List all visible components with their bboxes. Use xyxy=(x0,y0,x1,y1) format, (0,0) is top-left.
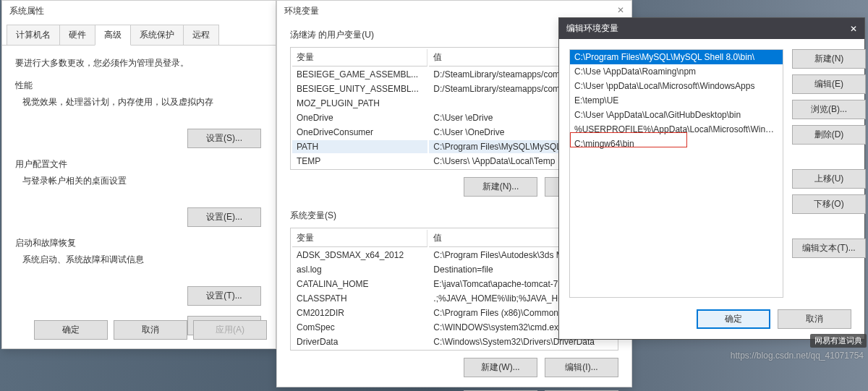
dialog-buttons: 确定 取消 xyxy=(697,309,851,329)
list-item[interactable]: C:\mingw64\bin xyxy=(570,137,783,151)
sysprops-body: 要进行大多数更改，您必须作为管理员登录。 性能 视觉效果，处理器计划，内存使用，… xyxy=(2,46,276,343)
list-item[interactable]: C:\Program Files\MySQL\MySQL Shell 8.0\b… xyxy=(570,50,783,64)
tab-strip: 计算机名 硬件 高级 系统保护 远程 xyxy=(2,25,276,46)
admin-notice: 要进行大多数更改，您必须作为管理员登录。 xyxy=(15,57,263,69)
edit-env-var-window: 编辑环境变量 ✕ C:\Program Files\MySQL\MySQL Sh… xyxy=(558,17,865,340)
startup-recovery-group: 启动和故障恢复 系统启动、系统故障和调试信息 设置(T)... xyxy=(15,237,263,306)
new-user-var-button[interactable]: 新建(N)... xyxy=(464,177,537,197)
move-up-button[interactable]: 上移(U) xyxy=(792,169,866,189)
user-profiles-group: 用户配置文件 与登录帐户相关的桌面设置 设置(E)... xyxy=(15,158,263,227)
side-buttons: 新建(N) 编辑(E) 浏览(B)... 删除(D) 上移(U) 下移(O) 编… xyxy=(792,49,854,298)
list-item[interactable]: E:\temp\UE xyxy=(570,93,783,108)
group-desc: 视觉效果，处理器计划，内存使用，以及虚拟内存 xyxy=(22,96,263,108)
performance-group: 性能 视觉效果，处理器计划，内存使用，以及虚拟内存 设置(S)... xyxy=(15,80,263,148)
system-properties-window: 系统属性 计算机名 硬件 高级 系统保护 远程 要进行大多数更改，您必须作为管理… xyxy=(1,0,276,349)
col-variable[interactable]: 变量 xyxy=(292,49,427,66)
list-item[interactable]: %USERPROFILE%\AppData\Local\Microsoft\Wi… xyxy=(570,122,783,137)
group-title: 性能 xyxy=(15,80,263,92)
cancel-button[interactable]: 取消 xyxy=(778,309,851,329)
tab-system-protection[interactable]: 系统保护 xyxy=(130,25,184,45)
path-list[interactable]: C:\Program Files\MySQL\MySQL Shell 8.0\b… xyxy=(569,49,783,298)
group-desc: 系统启动、系统故障和调试信息 xyxy=(22,254,263,266)
list-item[interactable]: C:\Use \AppData\Roaming\npm xyxy=(570,64,783,79)
cancel-button[interactable]: 取消 xyxy=(114,320,187,340)
settings-startup-button[interactable]: 设置(T)... xyxy=(187,286,261,306)
tab-hardware[interactable]: 硬件 xyxy=(59,25,95,45)
settings-profiles-button[interactable]: 设置(E)... xyxy=(187,207,261,227)
tab-advanced[interactable]: 高级 xyxy=(95,25,131,46)
list-item[interactable]: C:\User \AppData\Local\GitHubDesktop\bin xyxy=(570,108,783,122)
apply-button[interactable]: 应用(A) xyxy=(193,320,267,340)
move-down-button[interactable]: 下移(O) xyxy=(792,194,866,214)
group-desc: 与登录帐户相关的桌面设置 xyxy=(22,175,263,187)
window-title: 系统属性 xyxy=(2,1,276,22)
edit-text-button[interactable]: 编辑文本(T)... xyxy=(792,239,866,258)
browse-button[interactable]: 浏览(B)... xyxy=(792,100,866,119)
edit-button[interactable]: 编辑(E) xyxy=(792,74,866,94)
group-title: 用户配置文件 xyxy=(15,158,263,171)
settings-performance-button[interactable]: 设置(S)... xyxy=(187,129,261,148)
window-title: 编辑环境变量 xyxy=(566,22,618,35)
edit-sys-var-button[interactable]: 编辑(I)... xyxy=(545,358,618,377)
new-button[interactable]: 新建(N) xyxy=(792,49,866,69)
close-icon[interactable]: ✕ xyxy=(617,5,624,15)
group-title: 启动和故障恢复 xyxy=(15,237,263,249)
tab-computer-name[interactable]: 计算机名 xyxy=(7,25,60,45)
ok-button[interactable]: 确定 xyxy=(697,309,770,329)
delete-button[interactable]: 删除(D) xyxy=(792,125,866,145)
col-variable[interactable]: 变量 xyxy=(292,230,427,247)
dialog-buttons: 确定 取消 应用(A) xyxy=(34,320,267,340)
close-icon[interactable]: ✕ xyxy=(850,24,857,34)
ok-button[interactable]: 确定 xyxy=(34,320,108,340)
watermark-text: https://blog.csdn.net/qq_41071754 xyxy=(731,351,864,361)
list-item[interactable]: C:\User \ppData\Local\Microsoft\WindowsA… xyxy=(570,79,783,93)
tab-remote[interactable]: 远程 xyxy=(183,25,219,45)
dictionary-tooltip: 网易有道词典 xyxy=(810,334,867,348)
new-sys-var-button[interactable]: 新建(W)... xyxy=(464,358,537,377)
